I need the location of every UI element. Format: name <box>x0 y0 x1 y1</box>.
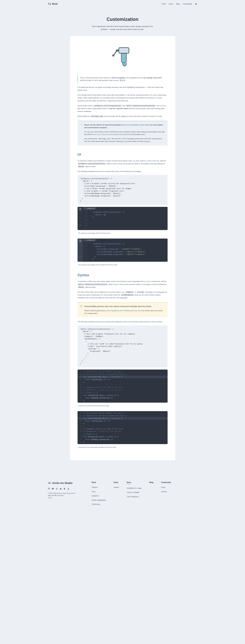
hero-illustration <box>78 44 168 70</box>
nav-docs[interactable]: Docs <box>169 2 173 5</box>
code-line: 88// contained in the UTF-8-encoded byte… <box>78 373 168 376</box>
nav-blog[interactable]: Blog <box>176 2 180 5</box>
code-line: 89func ContainsRune(b []byte, r rune) bo… <box>78 376 168 378</box>
ui-p2: The following example shows how to overr… <box>78 170 168 173</box>
theme-color-ref-link[interactable]: theme color reference documentation <box>92 134 120 135</box>
syntax-p2: VS Code comes with a pre-configured set … <box>78 291 168 299</box>
textmate-guide-link[interactable]: syntax highlighting with TextMate gramma… <box>106 310 138 312</box>
footer-brand: Arctic Ice Studio © 2016-2019 Arctic Ice… <box>48 481 81 507</box>
svg-point-28 <box>61 489 61 489</box>
code-line: 211 } <box>83 258 168 261</box>
footer-col-title: Community <box>161 481 171 484</box>
footer-link[interactable]: Chats <box>161 486 165 488</box>
footer-col-title: Blog <box>149 481 153 484</box>
twitter-icon[interactable] <box>52 488 54 490</box>
vscode-docs-link[interactable]: how to customize a color theme <box>124 124 150 126</box>
code-line: 89func ContainsRune(b []byte, r rune) bo… <box>78 417 168 420</box>
footer-link[interactable]: Installation & Usage <box>127 487 142 489</box>
svg-point-15 <box>80 253 81 254</box>
editor-tab: settings.json <box>83 238 96 242</box>
footer-link[interactable]: Colors & Palettes <box>127 491 140 493</box>
stackoverflow-icon[interactable] <box>67 488 69 490</box>
keybase-icon[interactable] <box>63 488 65 490</box>
arctic-logo-icon <box>48 482 51 484</box>
warning-icon <box>80 305 82 308</box>
syntax-heading: Syntax <box>78 272 168 278</box>
extensions-icon <box>79 224 81 227</box>
editor-tab: settings.json <box>83 207 96 210</box>
nav-ports[interactable]: Ports <box>162 2 166 5</box>
settings-link[interactable]: settings <box>160 105 166 107</box>
code-line: 97 return bytealg.IndexByte(b, c) <box>78 438 168 441</box>
ui-code-example: "workbench.colorCustomizations": { "[Nor… <box>78 175 168 205</box>
footer-col-title: Docs <box>127 481 131 484</box>
page-subtitle: Not in agreement with all of Nord Visual… <box>90 25 155 31</box>
svg-point-14 <box>81 249 81 250</box>
activity-bar <box>78 207 83 230</box>
settings-link-2[interactable]: settings <box>117 163 123 164</box>
svg-rect-24 <box>57 488 57 490</box>
editor-code-area: 205 "workbench.colorCustomizations": {20… <box>83 210 168 230</box>
go-editor-1: 87// ContainsRune reports whether the ru… <box>78 370 168 403</box>
code-line: 91} <box>78 381 168 384</box>
code-line: 207 "activityBar.background": "#3b4252""… <box>83 248 168 250</box>
wip-callout: This is a living document which means it… <box>78 76 168 83</box>
files-icon <box>79 240 81 242</box>
svg-point-7 <box>81 218 81 218</box>
source-control-icon <box>79 216 81 219</box>
footer-col-title: Ports <box>114 481 119 484</box>
svg-rect-23 <box>56 488 57 488</box>
footer-copyright: © 2016-2019 Arctic Ice Studio & Sven Gre… <box>48 492 81 499</box>
code-line: 96func IndexByte(b []byte, c byte) int { <box>78 394 168 396</box>
footer-link[interactable]: Color Swatches <box>127 496 138 498</box>
activity-bar-custom <box>78 238 83 262</box>
debug-icon <box>79 220 81 223</box>
activity-bar-link[interactable]: Activity Bar <box>151 160 159 162</box>
code-line: 92 <box>78 384 168 386</box>
code-line: 87// ContainsRune reports whether the ru… <box>78 412 168 414</box>
semver-link[interactable]: 0.y.z <box>119 79 126 81</box>
go-caption-1: Comments and Go syntax with Nord theme s… <box>78 405 168 407</box>
footer-link[interactable]: Syntax Highlighting <box>92 499 106 501</box>
syntax-code-example: "editor.tokenColorCustomizations": { "[N… <box>78 325 168 368</box>
svg-point-5 <box>79 212 81 214</box>
main-nav: Ports Docs Blog Community <box>162 2 197 5</box>
svg-point-12 <box>79 244 81 246</box>
settings-link-3[interactable]: settings <box>119 283 125 285</box>
svg-point-4 <box>113 55 114 56</box>
extensions-icon <box>79 256 81 259</box>
json5-link[interactable]: JSON5 <box>121 138 127 140</box>
code-line: 93// IndexByte returns the index of the … <box>78 386 168 389</box>
footer-link[interactable]: Palettes <box>92 486 98 488</box>
footer-link[interactable]: Ports <box>92 490 96 492</box>
footer-col-docs: DocsInstallation & UsageColors & Palette… <box>127 481 142 507</box>
github-icon[interactable] <box>48 488 50 490</box>
code-line: 210 <box>83 224 168 226</box>
code-line: 91} <box>78 422 168 425</box>
nav-community[interactable]: Community <box>183 2 192 5</box>
code-line: 209 "activityBarBadge.background": "#81a… <box>83 253 168 256</box>
slack-icon[interactable] <box>56 488 58 490</box>
warning-callout: Using TextMate grammar style rules requi… <box>78 302 168 317</box>
footer-link[interactable]: Community <box>92 503 100 505</box>
code-line: 92 <box>78 425 168 428</box>
reddit-icon[interactable] <box>59 488 62 490</box>
code-line: 98} <box>78 441 168 443</box>
intro-p1: It is totally fine that you not agree to… <box>78 86 168 92</box>
code-line: 210 } <box>83 256 168 258</box>
svg-rect-18 <box>79 258 80 258</box>
code-line: 94// instance of c in b, or -1 if c is n… <box>78 430 168 433</box>
caption-1: The activity bar and badges with Nord th… <box>78 232 168 234</box>
hero: Customization Not in agreement with all … <box>0 8 245 36</box>
code-line: 207 } <box>83 216 168 219</box>
ui-p1: To override or define any workbench UI s… <box>78 160 168 168</box>
code-line: 95// present in b. <box>78 433 168 436</box>
moon-icon[interactable] <box>195 3 197 5</box>
footer-link[interactable]: Search <box>114 486 119 488</box>
svg-line-3 <box>114 51 117 55</box>
footer-link[interactable]: Content <box>161 490 167 492</box>
svg-point-27 <box>60 489 60 489</box>
brand-logo[interactable]: Nord <box>48 2 57 6</box>
footer-link[interactable]: Swatches <box>92 495 99 497</box>
editor-code-area: 205 "workbench.colorCustomizations": {20… <box>83 242 168 262</box>
